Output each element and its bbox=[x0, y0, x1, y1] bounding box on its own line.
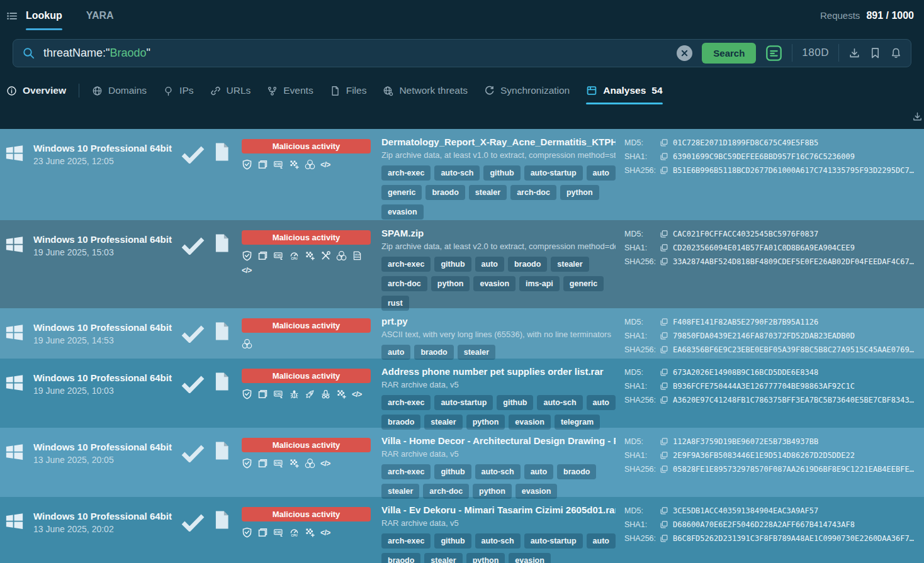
tag-pill[interactable]: braodo bbox=[381, 553, 420, 563]
tag-pill[interactable]: auto bbox=[587, 165, 616, 181]
tag-pill[interactable]: auto-sch bbox=[475, 533, 521, 549]
analysis-row[interactable]: Windows 10 Professional 64bit 19 June 20… bbox=[0, 308, 924, 359]
tag-pill[interactable]: auto bbox=[381, 345, 410, 360]
tab-network-threats[interactable]: Network threats bbox=[383, 74, 468, 107]
tag-pill[interactable]: auto bbox=[524, 464, 553, 479]
hash-value: 2E9F9A36FB5083446E1E9D514D86267D2D5DDE22 bbox=[673, 451, 855, 460]
tab-analyses[interactable]: Analyses 54 bbox=[586, 74, 662, 107]
tag-pill[interactable]: python bbox=[431, 276, 470, 291]
copy-icon[interactable] bbox=[660, 396, 668, 404]
tag-pill[interactable]: generic bbox=[381, 185, 422, 200]
copy-icon[interactable] bbox=[660, 138, 668, 147]
tag-pill[interactable]: github bbox=[434, 257, 471, 272]
search-input[interactable]: threatName:"Braodo" Search 180D bbox=[13, 39, 911, 67]
copy-icon[interactable] bbox=[660, 368, 668, 377]
file-name[interactable]: Address phone number pet supplies order … bbox=[381, 366, 616, 377]
tag-pill[interactable]: evasion bbox=[509, 553, 551, 563]
tab-files[interactable]: Files bbox=[330, 74, 367, 107]
tag-pill[interactable]: arch-exec bbox=[381, 257, 431, 272]
copy-icon[interactable] bbox=[660, 465, 668, 474]
copy-icon[interactable] bbox=[660, 382, 668, 391]
tab-yara[interactable]: YARA bbox=[86, 0, 114, 31]
tag-pill[interactable]: braodo bbox=[414, 345, 453, 360]
tag-pill[interactable]: arch-doc bbox=[381, 276, 427, 291]
tag-pill[interactable]: stealer bbox=[424, 553, 462, 563]
tag-pill[interactable]: evasion bbox=[381, 204, 424, 220]
analysis-row[interactable]: Windows 10 Professional 64bit 19 June 20… bbox=[0, 220, 924, 308]
file-name[interactable]: Villa - Home Decor - Architectural Desig… bbox=[381, 435, 616, 446]
time-range-selector[interactable]: 180D bbox=[802, 47, 829, 59]
search-query[interactable]: threatName:"Braodo" bbox=[43, 47, 150, 60]
tag-pill[interactable]: github bbox=[483, 165, 520, 181]
copy-icon[interactable] bbox=[660, 520, 668, 529]
tag-pill[interactable]: auto-startup bbox=[434, 395, 493, 410]
tab-ips[interactable]: IPs bbox=[163, 74, 193, 107]
verdict-column: Malicious activity EXE</> bbox=[242, 129, 381, 220]
copy-icon[interactable] bbox=[660, 534, 668, 543]
tab-overview[interactable]: Overview bbox=[6, 74, 66, 107]
tag-pill[interactable]: github bbox=[434, 464, 471, 479]
search-button[interactable]: Search bbox=[702, 43, 756, 64]
file-name[interactable]: prt.py bbox=[381, 316, 616, 326]
check-column bbox=[181, 129, 214, 220]
tag-pill[interactable]: stealer bbox=[469, 185, 507, 200]
copy-icon[interactable] bbox=[660, 152, 668, 161]
tag-pill[interactable]: github bbox=[497, 395, 533, 410]
menu-icon[interactable] bbox=[6, 11, 18, 21]
analysis-row[interactable]: Windows 10 Professional 64bit 23 June 20… bbox=[0, 129, 924, 220]
tag-pill[interactable]: python bbox=[560, 185, 599, 200]
copy-icon[interactable] bbox=[660, 257, 668, 266]
download-icon[interactable] bbox=[848, 47, 860, 59]
clear-search-button[interactable] bbox=[677, 45, 692, 61]
file-name[interactable]: SPAM.zip bbox=[381, 228, 616, 238]
tab-urls[interactable]: URLs bbox=[210, 74, 251, 107]
tag-pill[interactable]: evasion bbox=[473, 276, 516, 291]
tag-pill[interactable]: auto-sch bbox=[475, 464, 521, 479]
bell-icon[interactable] bbox=[890, 47, 902, 59]
code-icon: </> bbox=[320, 459, 330, 468]
copy-icon[interactable] bbox=[660, 437, 668, 446]
copy-icon[interactable] bbox=[660, 451, 668, 460]
tag-pill[interactable]: auto-sch bbox=[434, 165, 480, 181]
copy-icon[interactable] bbox=[660, 506, 668, 515]
tab-lookup[interactable]: Lookup bbox=[26, 0, 62, 31]
tag-pill[interactable]: stealer bbox=[458, 345, 495, 360]
tag-pill[interactable]: braodo bbox=[557, 464, 596, 479]
tag-pill[interactable]: auto bbox=[587, 533, 616, 549]
analysis-row[interactable]: Windows 10 Professional 64bit 19 June 20… bbox=[0, 359, 924, 428]
file-name[interactable]: Villa - Ev Dekoru - Mimari Tasarim Cizim… bbox=[381, 504, 616, 515]
tag-pill[interactable]: arch-doc bbox=[510, 185, 556, 200]
copy-icon[interactable] bbox=[660, 345, 668, 354]
copy-icon[interactable] bbox=[660, 332, 668, 340]
tag-pill[interactable]: arch-exec bbox=[381, 464, 431, 479]
tag-pill[interactable]: arch-exec bbox=[381, 165, 431, 181]
tag-pill[interactable]: braodo bbox=[425, 185, 465, 200]
analysis-row[interactable]: Windows 10 Professional 64bit 13 June 20… bbox=[0, 428, 924, 497]
tab-domains[interactable]: Domains bbox=[92, 74, 147, 107]
tag-pill[interactable]: arch-exec bbox=[381, 533, 431, 549]
tag-pill[interactable]: auto bbox=[475, 257, 504, 272]
tag-pill[interactable]: auto-startup bbox=[524, 165, 583, 181]
tag-pill[interactable]: stealer bbox=[551, 257, 589, 272]
bookmark-icon[interactable] bbox=[870, 47, 881, 59]
analysis-row[interactable]: Windows 10 Professional 64bit 13 June 20… bbox=[0, 497, 924, 563]
copy-icon[interactable] bbox=[660, 318, 668, 326]
tag-pill[interactable]: auto-startup bbox=[524, 533, 583, 549]
tag-pill[interactable]: github bbox=[434, 533, 471, 549]
tab-events[interactable]: Events bbox=[267, 74, 313, 107]
file-name[interactable]: Dermatology_Report_X-Ray_Acne_Dermatitis… bbox=[381, 137, 616, 147]
export-results-icon[interactable] bbox=[912, 111, 923, 122]
copy-icon[interactable] bbox=[660, 243, 668, 252]
tag-pill[interactable]: arch-exec bbox=[381, 395, 431, 410]
tag-pill[interactable]: auto-sch bbox=[537, 395, 582, 410]
saved-queries-icon[interactable] bbox=[765, 45, 782, 62]
tag-pill[interactable]: braodo bbox=[508, 257, 547, 272]
copy-icon[interactable] bbox=[660, 230, 668, 238]
tab-synchronization[interactable]: Synchronization bbox=[484, 74, 570, 107]
copy-icon[interactable] bbox=[660, 166, 668, 175]
tag-pill[interactable]: generic bbox=[563, 276, 604, 291]
tag-pill[interactable]: ims-api bbox=[519, 276, 560, 291]
tag-pill[interactable]: auto bbox=[587, 395, 616, 410]
svg-text:EXE: EXE bbox=[275, 392, 282, 396]
tag-pill[interactable]: python bbox=[466, 553, 505, 563]
